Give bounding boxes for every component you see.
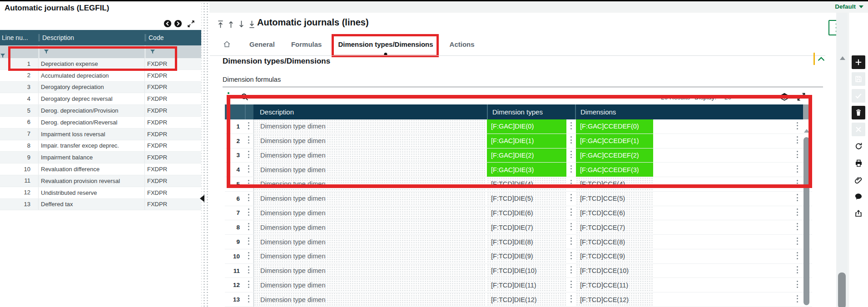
tab-formulas[interactable]: Formulas — [291, 40, 322, 48]
cell-code[interactable]: FXDPR — [144, 117, 201, 128]
expand-icon[interactable] — [797, 92, 806, 101]
grid-col-dimensions[interactable]: Dimensions — [575, 104, 803, 119]
cell-description[interactable]: Dimension type dimen — [253, 264, 486, 278]
row-actions-kebab-icon[interactable] — [793, 266, 802, 275]
cell-dimension-type[interactable]: [F:GAC]DIE(0) — [487, 119, 566, 134]
row-actions-kebab-icon[interactable] — [793, 252, 802, 261]
row-actions-kebab-icon[interactable] — [793, 281, 802, 290]
grid-row[interactable]: 3 Dimension type dimen [F:GAC]DIE(2) [F:… — [225, 149, 812, 163]
cell-dimension-type[interactable]: [F:TCD]DIE(8) — [487, 235, 566, 249]
cell-kebab-icon[interactable] — [566, 238, 576, 247]
cell-kebab-icon[interactable] — [566, 165, 576, 174]
left-table-row[interactable]: 3 Derogatory depreciation FXDPR — [0, 82, 201, 94]
cell-code[interactable]: FXDPR — [144, 70, 201, 81]
tab-general[interactable]: General — [249, 40, 275, 48]
previous-record-icon[interactable] — [227, 20, 235, 29]
row-actions-kebab-icon[interactable] — [793, 122, 802, 131]
cell-dimension[interactable]: [F:TCD]CCE(9) — [576, 249, 653, 263]
left-table-row[interactable]: 6 Derog. depreciation/Reversal FXDPR — [0, 117, 201, 129]
grid-row[interactable]: 2 Dimension type dimen [F:GAC]DIE(1) [F:… — [225, 134, 812, 149]
panel-separator[interactable] — [201, 1, 209, 307]
profile-menu[interactable]: Default — [835, 3, 863, 10]
cell-description[interactable]: Derogatory depreciation — [38, 82, 144, 93]
cell-description[interactable]: Dimension type dimen — [253, 119, 486, 134]
cell-kebab-icon[interactable] — [566, 295, 576, 304]
row-actions-kebab-icon[interactable] — [793, 151, 802, 160]
cell-description[interactable]: Accumulated depreciation — [38, 70, 144, 81]
cell-dimension-type[interactable]: [F:GAC]DIE(1) — [487, 134, 566, 148]
row-kebab-icon[interactable] — [244, 266, 253, 275]
grid-col-dimension-types[interactable]: Dimension types — [487, 104, 575, 119]
cell-code[interactable]: FXDPR — [144, 140, 201, 152]
cell-description[interactable]: Revaluation difference — [38, 163, 144, 175]
grid-row[interactable]: 1 Dimension type dimen [F:GAC]DIE(0) [F:… — [225, 119, 812, 134]
cell-dimension[interactable]: [F:GAC]CCEDEF(3) — [576, 163, 653, 177]
cell-description[interactable]: Dimension type dimen — [253, 192, 486, 206]
left-table-row[interactable]: 11 Revaluation provision reversal FXDPR — [0, 175, 201, 187]
grid-header[interactable]: Description Dimension types Dimensions — [225, 104, 812, 119]
cell-description[interactable]: Dimension type dimen — [253, 292, 486, 307]
left-table-row[interactable]: 4 Derogatory deprec reversal FXDPR — [0, 93, 201, 105]
cell-code[interactable]: FXDPR — [144, 187, 201, 198]
page-scroll-up-icon[interactable] — [840, 56, 845, 60]
cell-dimension[interactable]: [F:TCD]CCE(12) — [576, 292, 653, 307]
left-table-row[interactable]: 2 Accumulated depreciation FXDPR — [0, 70, 201, 82]
cell-dimension-type[interactable]: [F:TCD]DIE(12) — [487, 292, 566, 307]
cell-description[interactable]: Dimension type dimen — [253, 278, 486, 292]
expand-panel-icon[interactable] — [187, 20, 195, 28]
refresh-icon[interactable] — [852, 139, 865, 153]
cell-kebab-icon[interactable] — [566, 266, 576, 275]
cell-description[interactable]: Dimension type dimen — [253, 206, 486, 220]
tab-actions[interactable]: Actions — [450, 40, 475, 48]
share-icon[interactable] — [852, 207, 865, 220]
cell-dimension[interactable]: [F:TCD]CCE(5) — [576, 192, 653, 206]
cell-description[interactable]: Derogatory deprec reversal — [38, 93, 144, 104]
filter-funnel-icon[interactable] — [150, 49, 155, 54]
cell-code[interactable]: FXDPR — [144, 93, 201, 104]
chevron-up-icon[interactable] — [816, 54, 826, 64]
delete-icon[interactable] — [852, 106, 865, 119]
row-kebab-icon[interactable] — [244, 223, 253, 232]
cell-dimension[interactable]: [F:GAC]CCEDEF(1) — [576, 134, 653, 148]
cell-kebab-icon[interactable] — [566, 194, 576, 203]
col-code[interactable]: Code — [144, 34, 201, 41]
prev-circle-icon[interactable] — [164, 20, 172, 28]
cell-code[interactable]: FXDPR — [144, 199, 201, 210]
cell-kebab-icon[interactable] — [566, 151, 576, 160]
cell-description[interactable]: Dimension type dimen — [253, 177, 486, 191]
cell-description[interactable]: Dimension type dimen — [253, 235, 486, 249]
row-kebab-icon[interactable] — [244, 295, 253, 304]
cell-dimension[interactable]: [F:TCD]CCE(7) — [576, 220, 653, 234]
row-kebab-icon[interactable] — [244, 136, 253, 145]
search-icon[interactable] — [240, 93, 249, 101]
grid-green-kebab-icon[interactable] — [228, 92, 229, 103]
left-filter-row[interactable] — [0, 45, 201, 58]
cell-description[interactable]: Derog. depreciation/Reversal — [38, 117, 144, 128]
cell-dimension[interactable]: [F:TCD]CCE(6) — [576, 206, 653, 220]
cell-kebab-icon[interactable] — [566, 122, 576, 131]
attachment-icon[interactable] — [852, 173, 865, 187]
grid-row[interactable]: 4 Dimension type dimen [F:GAC]DIE(3) [F:… — [225, 163, 812, 177]
comment-icon[interactable] — [852, 190, 865, 203]
cell-description[interactable]: Revaluation provision reversal — [38, 175, 144, 187]
next-record-icon[interactable] — [238, 20, 245, 29]
row-actions-kebab-icon[interactable] — [793, 208, 802, 218]
row-actions-kebab-icon[interactable] — [793, 165, 802, 174]
row-kebab-icon[interactable] — [244, 208, 253, 218]
row-kebab-icon[interactable] — [244, 194, 253, 203]
next-circle-icon[interactable] — [174, 20, 182, 28]
cell-dimension-type[interactable]: [F:TCD]DIE(7) — [487, 220, 566, 234]
cell-description[interactable]: Depreciation expense — [38, 58, 144, 69]
cell-kebab-icon[interactable] — [566, 252, 576, 261]
cell-dimension-type[interactable]: [F:TCD]DIE(5) — [487, 192, 566, 206]
cell-description[interactable]: Impairment balance — [38, 152, 144, 163]
cell-dimension-type[interactable]: [F:TCD]DIE(6) — [487, 206, 566, 220]
row-actions-kebab-icon[interactable] — [793, 194, 802, 203]
col-description[interactable]: Description — [38, 34, 144, 41]
row-actions-kebab-icon[interactable] — [793, 180, 802, 189]
cell-kebab-icon[interactable] — [566, 180, 576, 189]
grid-row[interactable]: 6 Dimension type dimen [F:TCD]DIE(5) [F:… — [225, 192, 812, 206]
left-table-row[interactable]: 13 Deffered tax FXDPR — [0, 199, 201, 211]
cell-description[interactable]: Impair. transfer excep deprec. — [38, 140, 144, 152]
cell-dimension[interactable]: [F:TCD]CCE(8) — [576, 235, 653, 249]
